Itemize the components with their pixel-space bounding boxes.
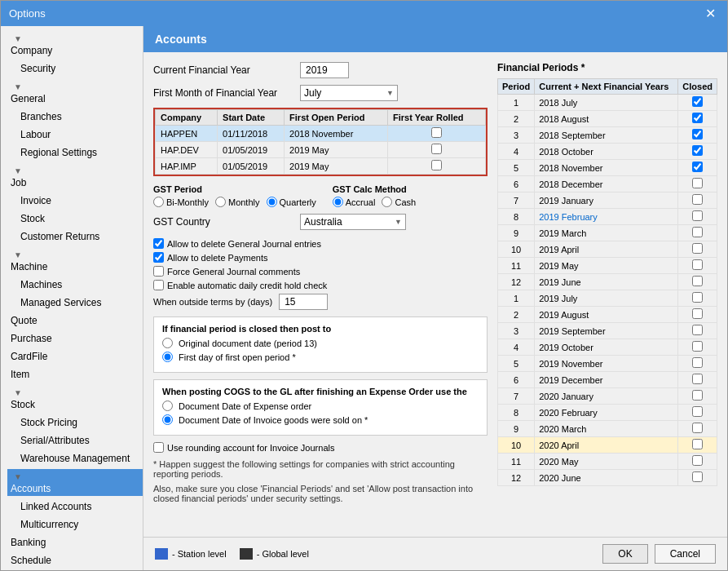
- gst-period-radio-item[interactable]: Bi-Monthly: [153, 197, 209, 207]
- fp-closed-checkbox[interactable]: [692, 439, 703, 449]
- first-year-rolled-checkbox[interactable]: [431, 127, 442, 138]
- fp-closed-checkbox[interactable]: [692, 129, 703, 139]
- fp-closed-checkbox[interactable]: [692, 162, 703, 172]
- sidebar-item-banking[interactable]: Banking: [1, 533, 143, 551]
- fp-closed-checkbox[interactable]: [692, 243, 703, 254]
- ok-button[interactable]: OK: [602, 544, 647, 564]
- terms-label: When outside terms by (days): [153, 297, 272, 307]
- sidebar-item-company[interactable]: ▼ Company: [1, 29, 143, 60]
- first-year-rolled-checkbox[interactable]: [431, 144, 442, 154]
- sidebar-item-multicurrency[interactable]: Multicurrency: [1, 516, 143, 533]
- fp-closed-checkbox[interactable]: [692, 145, 703, 156]
- legend: - Station level- Global level: [155, 548, 309, 560]
- terms-input[interactable]: [279, 294, 328, 310]
- sidebar-item-quote[interactable]: Quote: [1, 312, 143, 330]
- checkbox-row-delete-gj: Allow to delete General Journal entries: [153, 238, 488, 249]
- cogs-title: When posting COGS to the GL after finish…: [162, 387, 479, 396]
- sidebar-item-security[interactable]: Security: [1, 60, 143, 77]
- sidebar-item-accounts[interactable]: ▼ Accounts: [1, 467, 143, 498]
- table-row: 62019 December: [498, 372, 717, 388]
- fp-post-section: If financial period is closed then post …: [153, 316, 488, 373]
- delete-gj-checkbox[interactable]: [153, 238, 164, 249]
- fp-closed-checkbox[interactable]: [692, 471, 703, 482]
- checkboxes-section: Allow to delete General Journal entriesA…: [153, 238, 488, 290]
- rounding-label: Use rounding account for Invoice Journal…: [167, 443, 334, 453]
- sidebar-item-stock-pricing[interactable]: Stock Pricing: [1, 414, 143, 432]
- fp-closed-checkbox[interactable]: [692, 357, 703, 368]
- table-row[interactable]: HAP.DEV01/05/20192019 May: [156, 142, 486, 158]
- sidebar-item-purchase[interactable]: Purchase: [1, 330, 143, 347]
- fp-closed-checkbox[interactable]: [692, 341, 703, 352]
- left-section: Current Financial Year First Month of Fi…: [153, 62, 488, 527]
- table-row[interactable]: HAPPEN01/11/20182018 November: [156, 126, 486, 142]
- fp-title: Financial Periods *: [497, 62, 717, 73]
- fp-closed-checkbox[interactable]: [692, 178, 703, 188]
- fp-closed-checkbox[interactable]: [692, 227, 703, 237]
- first-month-select[interactable]: JulyJanuaryFebruaryMarchAprilMayJuneAugu…: [300, 85, 398, 101]
- fp-closed-checkbox[interactable]: [692, 259, 703, 270]
- sidebar-item-branches[interactable]: Branches: [1, 108, 143, 126]
- sidebar-item-stock-job[interactable]: Stock: [1, 210, 143, 228]
- checkbox-row-delete-payments: Allow to delete Payments: [153, 252, 488, 263]
- fp-closed-checkbox[interactable]: [692, 308, 703, 319]
- gst-period-radio-item[interactable]: Quarterly: [267, 197, 316, 207]
- sidebar-item-warehouse-management[interactable]: Warehouse Management: [1, 449, 143, 467]
- gst-period-radio-item[interactable]: Monthly: [215, 197, 260, 207]
- gst-calc-radio-item[interactable]: Cash: [382, 197, 416, 207]
- table-row: 12019 July: [498, 290, 717, 307]
- sidebar-item-invoice[interactable]: Invoice: [1, 192, 143, 210]
- sidebar-item-general[interactable]: ▼ General: [1, 77, 143, 108]
- fp-closed-checkbox[interactable]: [692, 374, 703, 384]
- fp-closed-checkbox[interactable]: [692, 113, 703, 123]
- sidebar-item-machines[interactable]: Machines: [1, 276, 143, 294]
- fy-input[interactable]: [300, 62, 349, 78]
- table-row[interactable]: HAP.IMP01/05/20192019 May: [156, 158, 486, 175]
- sidebar-item-machine[interactable]: ▼ Machine: [1, 246, 143, 276]
- legend-label: - Global level: [257, 549, 309, 559]
- sidebar-item-stock[interactable]: ▼ Stock: [1, 383, 143, 414]
- fp-table: PeriodCurrent + Next Financial YearsClos…: [497, 78, 717, 486]
- sidebar-item-cardfile[interactable]: CardFile: [1, 347, 143, 365]
- gst-country-select[interactable]: AustraliaNew Zealand: [300, 214, 406, 230]
- fp-post-radio-item[interactable]: First day of first open period *: [162, 352, 479, 362]
- first-year-rolled-checkbox[interactable]: [431, 160, 442, 170]
- first-month-row: First Month of Financial Year JulyJanuar…: [153, 85, 488, 101]
- auto-credit-hold-checkbox[interactable]: [153, 280, 164, 290]
- fp-closed-checkbox[interactable]: [692, 96, 703, 107]
- fp-closed-checkbox[interactable]: [692, 390, 703, 401]
- sidebar-item-linked-accounts[interactable]: Linked Accounts: [1, 498, 143, 516]
- sidebar-item-serial-attributes[interactable]: Serial/Attributes: [1, 432, 143, 449]
- delete-payments-checkbox[interactable]: [153, 252, 164, 263]
- fp-closed-checkbox[interactable]: [692, 423, 703, 433]
- fp-closed-checkbox[interactable]: [692, 325, 703, 335]
- cancel-button[interactable]: Cancel: [655, 544, 716, 564]
- panel-header: Accounts: [143, 26, 727, 52]
- sidebar-item-item[interactable]: Item: [1, 365, 143, 383]
- fp-closed-checkbox[interactable]: [692, 455, 703, 466]
- rounding-checkbox[interactable]: [153, 442, 164, 453]
- fp-closed-checkbox[interactable]: [692, 276, 703, 286]
- gst-calc-radio-item[interactable]: Accrual: [333, 197, 376, 207]
- sidebar-item-managed-services[interactable]: Managed Services: [1, 294, 143, 312]
- close-button[interactable]: ✕: [702, 6, 719, 21]
- sidebar-item-labour[interactable]: Labour: [1, 126, 143, 144]
- fp-closed-checkbox[interactable]: [692, 406, 703, 417]
- sidebar-item-ebusiness[interactable]: eBusiness: [1, 569, 143, 570]
- sidebar-item-customer-returns[interactable]: Customer Returns: [1, 228, 143, 246]
- gst-period-label: GST Period: [153, 184, 316, 194]
- fp-closed-checkbox[interactable]: [692, 292, 703, 303]
- sidebar-item-schedule[interactable]: Schedule: [1, 551, 143, 569]
- cogs-radio-item[interactable]: Document Date of Invoice goods were sold…: [162, 414, 479, 425]
- fp-post-radio-item[interactable]: Original document date (period 13): [162, 338, 479, 348]
- sidebar-item-job[interactable]: ▼ Job: [1, 162, 143, 192]
- fp-header: Current + Next Financial Years: [535, 79, 678, 95]
- fp-closed-checkbox[interactable]: [692, 194, 703, 205]
- force-gj-comments-checkbox[interactable]: [153, 266, 164, 277]
- fp-closed-checkbox[interactable]: [692, 210, 703, 221]
- table-row: 102020 April: [498, 437, 717, 454]
- fp-header: Closed: [678, 79, 717, 95]
- sidebar-item-regional-settings[interactable]: Regional Settings: [1, 144, 143, 162]
- rounding-row: Use rounding account for Invoice Journal…: [153, 442, 488, 453]
- cogs-radio-item[interactable]: Document Date of Expense order: [162, 401, 479, 411]
- company-table-header: First Year Rolled: [387, 110, 485, 126]
